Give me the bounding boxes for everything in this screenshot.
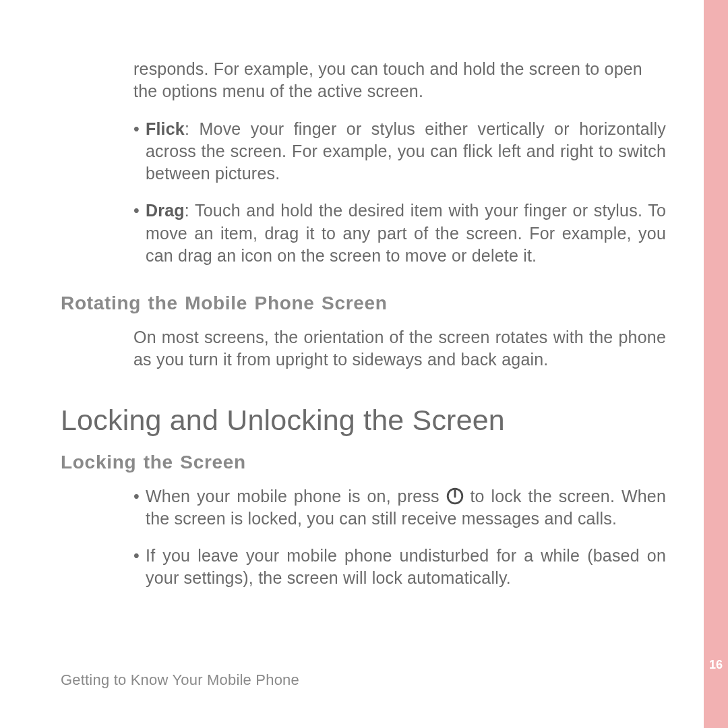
locking-list: When your mobile phone is on, press to l… — [133, 485, 666, 590]
lock-press-pre: When your mobile phone is on, press — [146, 487, 446, 506]
lock-auto-text: If you leave your mobile phone undisturb… — [146, 546, 666, 587]
drag-text: : Touch and hold the desired item with y… — [146, 201, 666, 265]
list-item: Drag: Touch and hold the desired item wi… — [133, 200, 666, 267]
list-item: If you leave your mobile phone undisturb… — [133, 545, 666, 590]
flick-text: : Move your finger or stylus either vert… — [146, 119, 666, 183]
term-drag: Drag — [146, 201, 185, 220]
rotating-body: On most screens, the orientation of the … — [133, 326, 666, 371]
page-sidebar: 16 — [704, 0, 728, 728]
footer-chapter: Getting to Know Your Mobile Phone — [61, 671, 299, 689]
list-item: Flick: Move your finger or stylus either… — [133, 118, 666, 185]
page-number: 16 — [709, 658, 723, 672]
list-item: When your mobile phone is on, press to l… — [133, 485, 666, 530]
subheading-locking-screen: Locking the Screen — [61, 452, 666, 473]
term-flick: Flick — [146, 119, 185, 138]
continued-paragraph: responds. For example, you can touch and… — [133, 58, 666, 103]
page-content: responds. For example, you can touch and… — [0, 0, 704, 728]
gesture-list: Flick: Move your finger or stylus either… — [133, 118, 666, 268]
subheading-rotating: Rotating the Mobile Phone Screen — [61, 293, 666, 314]
heading-locking: Locking and Unlocking the Screen — [61, 404, 666, 437]
power-icon — [446, 487, 464, 505]
